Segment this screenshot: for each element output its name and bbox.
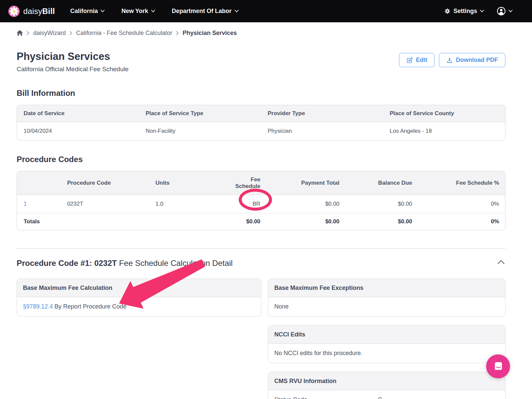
calculation-detail-heading: Procedure Code #1: 0232T Fee Schedule Ca…: [17, 258, 233, 269]
column-header: Place of Service Type: [139, 105, 261, 122]
brand-logo[interactable]: daisyBill: [8, 5, 55, 17]
card-title: Base Maximum Fee Exceptions: [268, 279, 505, 297]
chevron-down-icon: [508, 10, 513, 13]
nav-item-california[interactable]: California: [70, 8, 105, 15]
daisy-flower-icon: [8, 5, 20, 17]
calculation-method-text: By Report Procedure Code: [53, 303, 126, 310]
card-title: Base Maximum Fee Calculation: [17, 279, 261, 297]
nav-item-label: Department Of Labor: [172, 8, 232, 15]
chevron-down-icon: [100, 10, 105, 13]
column-header: Provider Type: [261, 105, 383, 122]
payment-total-value: $0.00: [266, 195, 345, 213]
chevron-right-icon: [69, 31, 72, 35]
gear-icon: [444, 8, 451, 15]
cms-rvu-status-row: Status Code C: [268, 390, 505, 399]
chevron-up-icon: [497, 260, 505, 264]
column-header: Procedure Code: [61, 171, 149, 195]
home-icon[interactable]: [17, 30, 23, 36]
edit-button[interactable]: Edit: [399, 53, 435, 67]
user-account-icon: [497, 7, 506, 16]
column-header: Place of Service County: [383, 105, 505, 122]
column-header: Fee Schedule %: [418, 171, 505, 195]
table-row: 10/04/2024 Non-Facility Physician Los An…: [17, 122, 505, 140]
column-header: Date of Service: [17, 105, 139, 122]
breadcrumb-item-daisywizard[interactable]: daisyWizard: [33, 30, 66, 37]
totals-fee-schedule-pct: 0%: [418, 213, 505, 230]
totals-label: Totals: [17, 213, 61, 230]
totals-payment-total: $0.00: [266, 213, 345, 230]
balance-due-value: $0.00: [345, 195, 418, 213]
status-code-value: C: [378, 396, 382, 399]
page-subtitle: California Official Medical Fee Schedule: [17, 66, 129, 73]
fee-schedule-value: BR: [222, 195, 266, 213]
chevron-right-icon: [176, 31, 179, 35]
ncci-edits-card: NCCI Edits No NCCI edits for this proced…: [268, 325, 505, 363]
column-header: Units: [149, 171, 222, 195]
card-title: NCCI Edits: [268, 325, 505, 344]
procedure-codes-table: Procedure Code Units Fee Schedule Paymen…: [17, 171, 505, 230]
column-header-index: [17, 171, 61, 195]
download-icon: [446, 57, 453, 64]
chat-button[interactable]: [486, 354, 510, 378]
collapse-section-button[interactable]: [497, 258, 505, 267]
column-header: Fee Schedule: [222, 171, 266, 195]
base-max-fee-calculation-card: Base Maximum Fee Calculation §9789.12.4 …: [17, 279, 261, 316]
chat-bubble-icon: [492, 360, 504, 373]
base-max-fee-exceptions-body: None: [268, 297, 505, 316]
card-title: CMS RVU Information: [268, 372, 505, 390]
date-of-service-value: 10/04/2024: [17, 122, 139, 140]
totals-row: Totals $0.00 $0.00 $0.00 0%: [17, 213, 505, 230]
account-menu[interactable]: [497, 7, 513, 16]
chevron-down-icon: [480, 10, 484, 13]
procedure-codes-heading: Procedure Codes: [17, 154, 505, 164]
download-pdf-button[interactable]: Download PDF: [439, 53, 505, 67]
provider-type-value: Physician: [261, 122, 383, 140]
brand-name: daisyBill: [23, 7, 55, 16]
table-header-row: Procedure Code Units Fee Schedule Paymen…: [17, 171, 505, 195]
totals-fee-schedule: $0.00: [222, 213, 266, 230]
base-max-fee-calculation-body: §9789.12.4 By Report Procedure Code: [17, 297, 261, 316]
cms-rvu-information-card: CMS RVU Information Status Code C: [268, 372, 505, 399]
procedure-row-index-link[interactable]: 1: [24, 201, 27, 207]
nav-item-new-york[interactable]: New York: [121, 8, 155, 15]
breadcrumb-item-fee-schedule-calculator[interactable]: California - Fee Schedule Calculator: [76, 30, 172, 37]
units-value: 1.0: [149, 195, 222, 213]
table-header-row: Date of Service Place of Service Type Pr…: [17, 105, 505, 122]
nav-item-label: New York: [121, 8, 148, 15]
regulation-link[interactable]: §9789.12.4: [23, 303, 53, 310]
breadcrumb-current: Physician Services: [183, 30, 237, 37]
base-max-fee-exceptions-card: Base Maximum Fee Exceptions None: [268, 279, 505, 316]
column-header: Balance Due: [345, 171, 418, 195]
chevron-right-icon: [27, 31, 30, 35]
page-title: Physician Services: [17, 50, 129, 63]
place-of-service-county-value: Los Angeles - 18: [383, 122, 505, 140]
section-divider: [17, 248, 505, 249]
nav-item-department-of-labor[interactable]: Department Of Labor: [172, 8, 239, 15]
place-of-service-type-value: Non-Facility: [139, 122, 261, 140]
ncci-edits-body: No NCCI edits for this procedure.: [268, 344, 505, 363]
bill-information-table: Date of Service Place of Service Type Pr…: [17, 105, 505, 140]
status-code-label: Status Code: [274, 396, 378, 399]
edit-button-label: Edit: [416, 57, 427, 64]
totals-balance-due: $0.00: [345, 213, 418, 230]
procedure-code-value: 0232T: [61, 195, 149, 213]
chevron-down-icon: [151, 10, 155, 13]
chevron-down-icon: [234, 10, 239, 13]
column-header: Payment Total: [266, 171, 345, 195]
procedure-code-row: 1 0232T 1.0 BR $0.00 $0.00 0%: [17, 195, 505, 213]
top-nav: daisyBill California New York Department…: [0, 0, 532, 22]
settings-menu[interactable]: Settings: [444, 8, 484, 15]
breadcrumb: daisyWizard California - Fee Schedule Ca…: [17, 29, 505, 37]
download-pdf-label: Download PDF: [456, 57, 498, 64]
settings-label: Settings: [454, 8, 477, 15]
edit-pencil-icon: [406, 57, 413, 64]
fee-schedule-pct-value: 0%: [418, 195, 505, 213]
bill-information-heading: Bill Information: [17, 88, 505, 98]
nav-item-label: California: [70, 8, 98, 15]
